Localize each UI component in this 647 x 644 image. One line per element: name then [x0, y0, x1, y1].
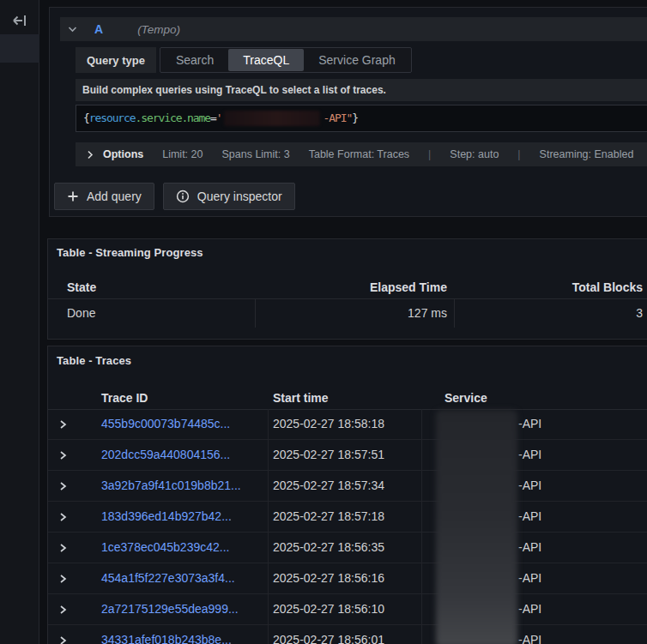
- column-divider: [268, 440, 269, 470]
- query-editor-panel: A (Tempo) Query type SearchTraceQLServic…: [49, 7, 647, 217]
- options-item: Spans Limit: 3: [221, 148, 289, 160]
- table-row: 1ce378ec045b239c42...2025-02-27 18:56:35…: [48, 533, 647, 563]
- table-row: 202dcc59a440804156...2025-02-27 18:57:51…: [48, 440, 647, 471]
- column-header-state[interactable]: State: [67, 276, 96, 298]
- query-inspector-label: Query inspector: [197, 190, 282, 203]
- panel-title: Table - Streaming Progress: [57, 246, 203, 259]
- options-item: Step: auto: [450, 148, 499, 160]
- options-row[interactable]: Options Limit: 20Spans Limit: 3Table For…: [76, 142, 647, 166]
- row-expand-chevron-icon[interactable]: [59, 635, 67, 644]
- column-divider: [421, 563, 422, 593]
- row-expand-chevron-icon[interactable]: [59, 512, 67, 522]
- column-divider: [421, 409, 422, 439]
- traces-table-body: 455b9c00073b74485c...2025-02-27 18:58:18…: [48, 409, 647, 644]
- query-row-header[interactable]: A (Tempo): [60, 17, 647, 41]
- options-item: Limit: 20: [162, 148, 203, 160]
- traces-panel: Table - Traces Trace ID Start time Servi…: [47, 346, 647, 644]
- trace-id-link[interactable]: 202dcc59a440804156...: [101, 440, 230, 470]
- start-time-cell: 2025-02-27 18:56:35: [273, 533, 384, 563]
- state-cell: Done: [67, 298, 95, 328]
- total-blocks-cell: 3: [636, 298, 643, 328]
- traceql-hint-text: Build complex queries using TraceQL to s…: [76, 79, 647, 101]
- trace-id-link[interactable]: 34331afef018b243b8e...: [101, 625, 232, 644]
- trace-id-link[interactable]: 2a72175129e55dea999...: [101, 594, 239, 624]
- column-divider: [421, 440, 422, 470]
- start-time-cell: 2025-02-27 18:57:34: [273, 471, 384, 501]
- service-cell: -API: [518, 594, 541, 624]
- info-circle-icon: [176, 190, 190, 203]
- sidebar-selected-block[interactable]: [0, 34, 39, 63]
- panel-title: Table - Traces: [57, 354, 131, 367]
- column-divider: [421, 625, 422, 644]
- row-expand-chevron-icon[interactable]: [59, 419, 67, 430]
- start-time-cell: 2025-02-27 18:58:18: [273, 409, 384, 439]
- table-row: 455b9c00073b74485c...2025-02-27 18:58:18…: [48, 409, 647, 440]
- row-expand-chevron-icon[interactable]: [59, 605, 67, 615]
- column-header-elapsed-time[interactable]: Elapsed Time: [370, 276, 447, 298]
- trace-id-link[interactable]: 3a92b7a9f41c019b8b21...: [101, 471, 241, 501]
- add-query-label: Add query: [87, 190, 142, 203]
- service-cell: -API: [518, 471, 541, 501]
- table-row: 34331afef018b243b8e...2025-02-27 18:56:0…: [48, 625, 647, 644]
- column-header-trace-id[interactable]: Trace ID: [101, 387, 148, 409]
- tab-service-graph[interactable]: Service Graph: [304, 49, 409, 71]
- row-expand-chevron-icon[interactable]: [59, 574, 67, 584]
- column-divider: [421, 502, 422, 532]
- table-row: 183d396ed14b927b42...2025-02-27 18:57:18…: [48, 502, 647, 533]
- column-divider: [268, 594, 269, 624]
- trace-id-link[interactable]: 1ce378ec045b239c42...: [101, 533, 229, 563]
- column-divider: [268, 502, 269, 532]
- row-expand-chevron-icon[interactable]: [59, 481, 67, 491]
- table-row: 3a92b7a9f41c019b8b21...2025-02-27 18:57:…: [48, 471, 647, 502]
- column-divider: [454, 298, 455, 328]
- trace-id-link[interactable]: 454a1f5f227e3073a3f4...: [101, 563, 235, 593]
- query-inspector-button[interactable]: Query inspector: [163, 183, 295, 210]
- options-summary: Limit: 20Spans Limit: 3Table Format: Tra…: [162, 148, 647, 160]
- column-divider: [421, 594, 422, 624]
- query-ref-id: A: [94, 22, 103, 36]
- start-time-cell: 2025-02-27 18:56:01: [273, 625, 384, 644]
- code-operator: =: [210, 111, 216, 124]
- service-cell: -API: [518, 440, 541, 470]
- tab-search[interactable]: Search: [161, 49, 228, 71]
- column-header-service[interactable]: Service: [444, 387, 487, 409]
- code-string-close: -API": [323, 111, 352, 124]
- plus-icon: [67, 190, 79, 202]
- row-expand-chevron-icon[interactable]: [59, 543, 67, 553]
- trace-id-link[interactable]: 455b9c00073b74485c...: [101, 409, 230, 439]
- service-cell: -API: [518, 502, 541, 532]
- column-divider: [255, 298, 256, 328]
- service-cell: -API: [518, 533, 541, 563]
- code-field: resource: [89, 111, 136, 124]
- collapse-pane-icon[interactable]: [11, 13, 30, 28]
- traceql-query-input[interactable]: {resource.service.name='-API"}: [76, 105, 647, 132]
- code-path: .service.name: [136, 111, 210, 124]
- options-label: Options: [103, 148, 143, 160]
- chevron-right-icon[interactable]: [87, 150, 94, 159]
- streaming-progress-panel: Table - Streaming Progress State Elapsed…: [47, 238, 647, 340]
- code-string-open: ': [216, 111, 222, 124]
- tab-traceql[interactable]: TraceQL: [228, 49, 304, 71]
- left-sidebar: [0, 0, 39, 644]
- column-divider: [268, 409, 269, 439]
- datasource-label: (Tempo): [137, 23, 180, 36]
- row-expand-chevron-icon[interactable]: [59, 450, 67, 460]
- trace-id-link[interactable]: 183d396ed14b927b42...: [101, 502, 232, 532]
- service-name-redaction-blur: [436, 410, 517, 644]
- chevron-down-icon[interactable]: [68, 26, 77, 33]
- column-header-start-time[interactable]: Start time: [273, 387, 329, 409]
- service-cell: -API: [518, 409, 541, 439]
- start-time-cell: 2025-02-27 18:57:51: [273, 440, 384, 470]
- elapsed-time-cell: 127 ms: [408, 298, 447, 328]
- column-divider: [268, 533, 269, 563]
- column-divider: [421, 471, 422, 501]
- start-time-cell: 2025-02-27 18:56:16: [273, 563, 384, 593]
- column-divider: [268, 563, 269, 593]
- options-separator: |: [428, 148, 431, 160]
- options-item: Streaming: Enabled: [540, 148, 634, 160]
- table-row: Done 127 ms 3: [48, 298, 647, 328]
- column-header-total-blocks[interactable]: Total Blocks: [572, 276, 643, 298]
- add-query-button[interactable]: Add query: [54, 183, 154, 210]
- start-time-cell: 2025-02-27 18:57:18: [273, 502, 384, 532]
- service-cell: -API: [518, 563, 541, 593]
